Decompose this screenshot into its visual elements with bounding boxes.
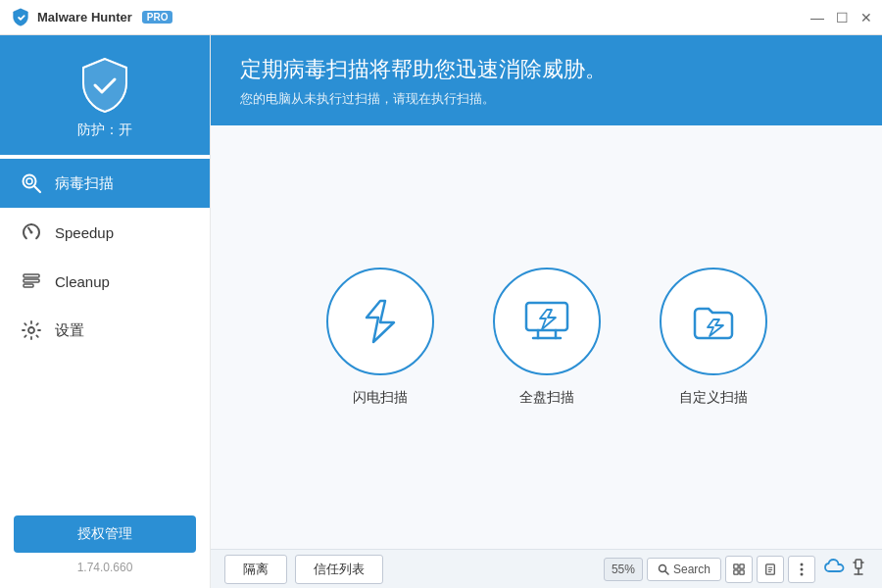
full-scan-icon: [518, 293, 575, 350]
svg-rect-14: [734, 564, 738, 567]
quarantine-button[interactable]: 隔离: [224, 555, 287, 584]
flash-scan-label: 闪电扫描: [353, 389, 408, 407]
more-icon: [800, 563, 804, 576]
footer-bar: 隔离 信任列表 55% Search: [211, 549, 882, 588]
grid-icon-button[interactable]: [725, 556, 753, 583]
protection-status: 防护：开: [77, 122, 132, 139]
custom-scan-label: 自定义扫描: [679, 389, 748, 407]
grid-icon: [733, 563, 745, 576]
svg-line-1: [34, 186, 40, 192]
sidebar: 防护：开 病毒扫描: [0, 35, 211, 588]
content-area: 定期病毒扫描将帮助您迅速消除威胁。 您的电脑从未执行过扫描，请现在执行扫描。 闪…: [211, 35, 882, 588]
svg-line-13: [665, 571, 668, 574]
svg-point-12: [659, 564, 665, 571]
percent-badge: 55%: [604, 558, 643, 581]
search-box[interactable]: Search: [647, 558, 721, 581]
svg-rect-25: [856, 560, 861, 568]
trusted-list-button[interactable]: 信任列表: [295, 555, 383, 584]
sidebar-nav: 病毒扫描 Speedup: [0, 155, 210, 502]
footer-right: 55% Search: [604, 556, 868, 583]
doc-icon: [764, 563, 776, 576]
more-icon-button[interactable]: [788, 556, 815, 583]
shield-icon-container: [74, 53, 136, 116]
app-shield-icon: [10, 7, 31, 28]
virus-scan-icon: [20, 172, 43, 195]
banner-title: 定期病毒扫描将帮助您迅速消除威胁。: [240, 55, 853, 84]
svg-rect-6: [24, 284, 33, 287]
svg-point-24: [801, 572, 804, 575]
full-scan-label: 全盘扫描: [519, 389, 574, 407]
scan-options: 闪电扫描 全盘扫描: [211, 125, 882, 549]
svg-point-2: [26, 178, 32, 184]
usb-icon-button[interactable]: [849, 558, 868, 581]
pro-badge: PRO: [142, 11, 173, 24]
title-bar: Malware Hunter PRO — ☐ ✕: [0, 0, 882, 35]
cleanup-icon: [20, 270, 43, 293]
content-banner: 定期病毒扫描将帮助您迅速消除威胁。 您的电脑从未执行过扫描，请现在执行扫描。: [211, 35, 882, 125]
svg-point-22: [801, 563, 804, 565]
full-scan-circle: [493, 268, 601, 375]
svg-rect-5: [24, 279, 39, 282]
custom-scan-option[interactable]: 自定义扫描: [660, 268, 767, 407]
svg-point-7: [28, 327, 34, 333]
banner-subtitle: 您的电脑从未执行过扫描，请现在执行扫描。: [240, 90, 853, 108]
cleanup-label: Cleanup: [55, 273, 110, 290]
sidebar-header: 防护：开: [0, 35, 210, 155]
custom-scan-icon: [685, 293, 742, 350]
svg-point-23: [801, 567, 804, 570]
svg-rect-16: [734, 569, 738, 573]
custom-scan-circle: [660, 268, 767, 375]
main-container: 防护：开 病毒扫描: [0, 35, 882, 588]
full-scan-option[interactable]: 全盘扫描: [493, 268, 601, 407]
protection-shield-icon: [74, 53, 136, 116]
doc-icon-button[interactable]: [757, 556, 784, 583]
usb-icon: [849, 558, 868, 577]
sidebar-item-virus-scan[interactable]: 病毒扫描: [0, 159, 210, 208]
search-icon: [658, 564, 669, 575]
sidebar-item-settings[interactable]: 设置: [0, 306, 210, 355]
app-name: Malware Hunter: [37, 10, 132, 24]
sidebar-item-cleanup[interactable]: Cleanup: [0, 257, 210, 306]
cloud-icon-button[interactable]: [823, 558, 845, 580]
virus-scan-label: 病毒扫描: [55, 174, 114, 193]
sidebar-item-speedup[interactable]: Speedup: [0, 208, 210, 257]
license-button[interactable]: 授权管理: [14, 515, 196, 553]
sidebar-bottom: 授权管理 1.74.0.660: [0, 502, 210, 588]
close-button[interactable]: ✕: [860, 11, 872, 24]
svg-rect-4: [24, 274, 39, 277]
version-text: 1.74.0.660: [77, 561, 133, 574]
speedup-label: Speedup: [55, 224, 114, 241]
svg-rect-15: [740, 564, 744, 567]
flash-scan-circle: [326, 268, 434, 375]
speedup-icon: [20, 220, 43, 244]
window-controls: — ☐ ✕: [810, 11, 872, 24]
minimize-button[interactable]: —: [810, 11, 824, 24]
search-label: Search: [673, 563, 710, 576]
settings-label: 设置: [55, 321, 84, 340]
app-logo: Malware Hunter PRO: [10, 7, 172, 28]
maximize-button[interactable]: ☐: [836, 11, 849, 24]
settings-icon: [20, 318, 43, 342]
flash-scan-option[interactable]: 闪电扫描: [326, 268, 434, 407]
svg-point-3: [30, 231, 33, 234]
cloud-icon: [823, 558, 845, 575]
flash-scan-icon: [352, 293, 409, 350]
svg-rect-17: [740, 569, 744, 573]
